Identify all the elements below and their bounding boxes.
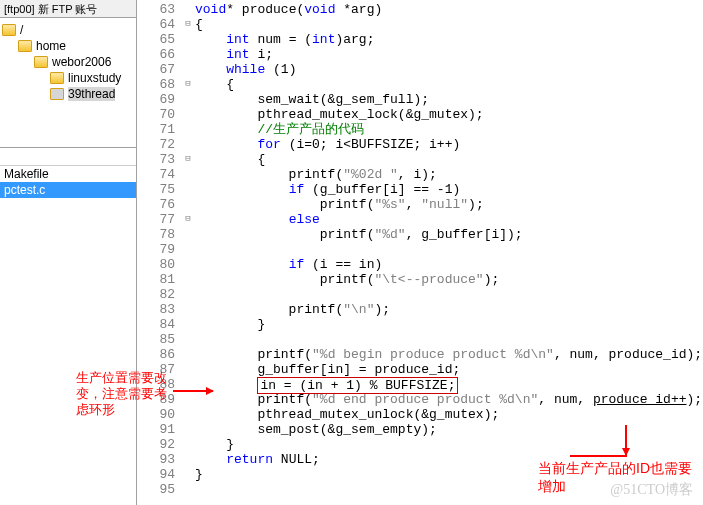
code-line[interactable] xyxy=(195,332,703,347)
code-line[interactable]: if (i == in) xyxy=(195,257,703,272)
code-line[interactable]: pthread_mutex_unlock(&g_mutex); xyxy=(195,407,703,422)
code-editor[interactable]: 6364656667686970717273747576777879808182… xyxy=(137,0,703,505)
line-number: 87 xyxy=(137,362,175,377)
line-number: 88 xyxy=(137,377,175,392)
fold-marker xyxy=(181,287,195,302)
code-line[interactable]: g_buffer[in] = produce_id; xyxy=(195,362,703,377)
line-number: 71 xyxy=(137,122,175,137)
fold-marker[interactable]: ⊟ xyxy=(181,212,195,227)
code-line[interactable]: //生产产品的代码 xyxy=(195,122,703,137)
folder-tree: /homewebor2006linuxstudy39thread xyxy=(0,18,136,148)
line-number: 90 xyxy=(137,407,175,422)
tree-item-label: webor2006 xyxy=(52,55,111,69)
code-line[interactable]: printf("%d", g_buffer[i]); xyxy=(195,227,703,242)
fold-marker xyxy=(181,467,195,482)
line-number: 65 xyxy=(137,32,175,47)
line-number: 66 xyxy=(137,47,175,62)
line-number: 68 xyxy=(137,77,175,92)
code-line[interactable]: sem_wait(&g_sem_full); xyxy=(195,92,703,107)
line-number: 92 xyxy=(137,437,175,452)
fold-marker xyxy=(181,302,195,317)
code-line[interactable]: { xyxy=(195,77,703,92)
fold-marker xyxy=(181,347,195,362)
tree-item[interactable]: 39thread xyxy=(2,86,134,102)
folder-icon xyxy=(50,72,64,84)
code-line[interactable] xyxy=(195,242,703,257)
fold-marker xyxy=(181,317,195,332)
fold-marker xyxy=(181,47,195,62)
code-line[interactable]: sem_post(&g_sem_empty); xyxy=(195,422,703,437)
fold-marker xyxy=(181,272,195,287)
line-number: 77 xyxy=(137,212,175,227)
code-line[interactable]: printf("%02d ", i); xyxy=(195,167,703,182)
code-line[interactable]: printf("%d end produce product %d\n", nu… xyxy=(195,392,703,407)
line-number: 73 xyxy=(137,152,175,167)
line-number: 93 xyxy=(137,452,175,467)
fold-marker xyxy=(181,2,195,17)
tree-item-label: / xyxy=(20,23,23,37)
code-line[interactable]: { xyxy=(195,17,703,32)
fold-marker xyxy=(181,392,195,407)
ftp-tab-title[interactable]: [ftp00] 新 FTP 账号 xyxy=(0,0,136,18)
code-line[interactable]: if (g_buffer[i] == -1) xyxy=(195,182,703,197)
fold-marker xyxy=(181,422,195,437)
line-number: 67 xyxy=(137,62,175,77)
tree-item-label: linuxstudy xyxy=(68,71,121,85)
code-line[interactable]: else xyxy=(195,212,703,227)
line-number: 64 xyxy=(137,17,175,32)
code-line[interactable]: printf("\n"); xyxy=(195,302,703,317)
code-line[interactable]: int i; xyxy=(195,47,703,62)
code-line[interactable]: pthread_mutex_lock(&g_mutex); xyxy=(195,107,703,122)
line-number: 80 xyxy=(137,257,175,272)
line-number: 72 xyxy=(137,137,175,152)
code-line[interactable]: return NULL; xyxy=(195,452,703,467)
line-number: 76 xyxy=(137,197,175,212)
code-line[interactable]: printf("%s", "null"); xyxy=(195,197,703,212)
fold-marker[interactable]: ⊟ xyxy=(181,17,195,32)
file-item[interactable]: pctest.c xyxy=(0,182,136,198)
fold-marker xyxy=(181,437,195,452)
code-line[interactable] xyxy=(195,482,703,497)
line-number: 89 xyxy=(137,392,175,407)
code-area[interactable]: void* produce(void *arg){ int num = (int… xyxy=(195,0,703,505)
sidebar: [ftp00] 新 FTP 账号 /homewebor2006linuxstud… xyxy=(0,0,137,505)
fold-marker xyxy=(181,197,195,212)
fold-marker xyxy=(181,377,195,392)
folder-icon xyxy=(18,40,32,52)
fold-marker xyxy=(181,362,195,377)
fold-column[interactable]: ⊟⊟⊟⊟ xyxy=(181,0,195,505)
code-line[interactable]: for (i=0; i<BUFFSIZE; i++) xyxy=(195,137,703,152)
line-number: 74 xyxy=(137,167,175,182)
code-line[interactable]: { xyxy=(195,152,703,167)
line-number: 94 xyxy=(137,467,175,482)
line-number: 85 xyxy=(137,332,175,347)
code-line[interactable]: printf("%d begin produce product %d\n", … xyxy=(195,347,703,362)
fold-marker[interactable]: ⊟ xyxy=(181,77,195,92)
tree-item[interactable]: / xyxy=(2,22,134,38)
code-line[interactable]: printf("\t<--produce"); xyxy=(195,272,703,287)
code-line[interactable]: while (1) xyxy=(195,62,703,77)
file-list-header xyxy=(0,150,136,166)
folder-icon xyxy=(50,88,64,100)
tree-item[interactable]: webor2006 xyxy=(2,54,134,70)
code-line[interactable] xyxy=(195,287,703,302)
fold-marker xyxy=(181,107,195,122)
tree-item[interactable]: home xyxy=(2,38,134,54)
line-number: 86 xyxy=(137,347,175,362)
code-line[interactable]: } xyxy=(195,467,703,482)
code-line[interactable]: } xyxy=(195,317,703,332)
file-item[interactable]: Makefile xyxy=(0,166,136,182)
tree-item[interactable]: linuxstudy xyxy=(2,70,134,86)
code-line[interactable]: } xyxy=(195,437,703,452)
line-number: 69 xyxy=(137,92,175,107)
code-line[interactable]: in = (in + 1) % BUFFSIZE; xyxy=(195,377,703,392)
code-line[interactable]: void* produce(void *arg) xyxy=(195,2,703,17)
line-number: 82 xyxy=(137,287,175,302)
fold-marker xyxy=(181,137,195,152)
code-line[interactable]: int num = (int)arg; xyxy=(195,32,703,47)
file-list: Makefilepctest.c xyxy=(0,148,136,505)
tree-item-label: 39thread xyxy=(68,87,115,101)
fold-marker[interactable]: ⊟ xyxy=(181,152,195,167)
fold-marker xyxy=(181,242,195,257)
fold-marker xyxy=(181,332,195,347)
